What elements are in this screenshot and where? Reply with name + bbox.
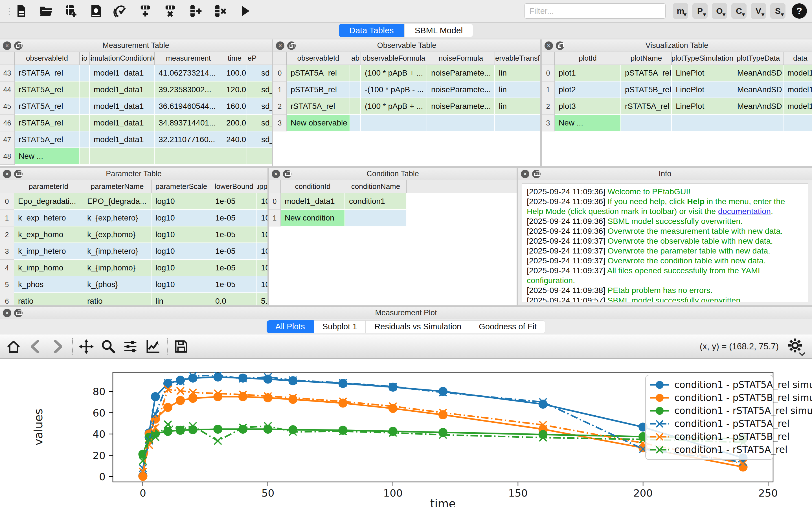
table-cell[interactable]: 100000 xyxy=(257,210,267,226)
table-cell[interactable]: Epo_degradati... xyxy=(14,193,83,210)
table-cell[interactable] xyxy=(155,148,222,165)
table-cell[interactable]: sd_r xyxy=(257,98,272,115)
table-cell[interactable]: 160.0 xyxy=(222,98,247,115)
column-header-plotName[interactable]: plotName xyxy=(621,52,672,65)
pan-button[interactable] xyxy=(77,338,95,355)
home-button[interactable] xyxy=(4,338,22,355)
table-cell[interactable]: 1e-05 xyxy=(211,226,257,243)
column-header-lowerBound[interactable]: lowerBound xyxy=(211,180,257,193)
table-cell[interactable] xyxy=(79,81,90,98)
documentation-link[interactable]: documentation xyxy=(718,207,771,216)
table-cell[interactable]: noiseParamete... xyxy=(427,98,495,115)
table-cell[interactable]: pSTAT5B_rel xyxy=(287,81,350,98)
filter-s-table-button[interactable]: S▾ xyxy=(770,3,786,19)
close-icon[interactable]: × xyxy=(3,42,11,50)
table-cell[interactable] xyxy=(222,148,247,165)
table-cell[interactable]: 1e-05 xyxy=(211,260,257,276)
column-header-observableId[interactable]: observableId xyxy=(287,52,350,65)
toolbar-drag-handle[interactable]: ⋮ xyxy=(5,6,9,16)
close-icon[interactable]: × xyxy=(545,42,553,50)
table-cell[interactable]: New ... xyxy=(555,115,621,131)
table-cell[interactable]: model1_d xyxy=(783,98,812,115)
table-cell[interactable]: 240.0 xyxy=(222,131,247,148)
table-cell[interactable]: lin xyxy=(495,98,540,115)
row-number[interactable]: 44 xyxy=(0,81,15,98)
table-cell[interactable]: New condition xyxy=(281,210,345,226)
column-header-upperBound[interactable]: upperBound xyxy=(257,180,267,193)
table-cell[interactable] xyxy=(350,98,361,115)
row-number[interactable]: 4 xyxy=(0,260,14,276)
toolbar-add-row-button[interactable] xyxy=(137,3,154,19)
table-cell[interactable]: 200.0 xyxy=(222,115,247,131)
corner-header[interactable] xyxy=(273,52,287,65)
table-cell[interactable]: plot3 xyxy=(555,98,621,115)
table-cell[interactable] xyxy=(621,115,672,131)
table-cell[interactable]: LinePlot xyxy=(672,65,733,81)
table-cell[interactable]: model1_d xyxy=(783,81,812,98)
table-cell[interactable]: model1_data1 xyxy=(90,65,155,81)
table-cell[interactable]: k_exp_hetero xyxy=(14,210,83,226)
table-cell[interactable]: rSTAT5A_rel xyxy=(15,98,79,115)
filter-m-table-button[interactable]: m▾ xyxy=(673,3,688,19)
table-cell[interactable]: rSTAT5A_rel xyxy=(287,98,350,115)
back-button[interactable] xyxy=(26,338,45,355)
table-cell[interactable]: rSTAT5A_rel xyxy=(621,98,672,115)
table-cell[interactable]: log10 xyxy=(152,210,211,226)
toolbar-new-file-button[interactable] xyxy=(13,3,29,19)
table-cell[interactable]: 120.0 xyxy=(222,81,247,98)
column-header-simulationConditionId[interactable]: simulationConditionId xyxy=(90,52,155,65)
filter-c-table-button[interactable]: C▾ xyxy=(731,3,747,19)
toolbar-add-column-button[interactable] xyxy=(187,3,203,19)
column-header-noi[interactable]: noi xyxy=(257,52,272,65)
table-cell[interactable] xyxy=(350,65,361,81)
table-cell[interactable]: MeanAndSD xyxy=(733,98,783,115)
plot-options-button[interactable] xyxy=(787,338,804,355)
table-cell[interactable]: rSTAT5A_rel xyxy=(15,65,79,81)
column-header-measurement[interactable]: measurement xyxy=(155,52,222,65)
table-cell[interactable]: MeanAndSD xyxy=(733,81,783,98)
table-cell[interactable]: MeanAndSD xyxy=(733,65,783,81)
table-cell[interactable]: noiseParamete... xyxy=(427,65,495,81)
table-cell[interactable]: 39.23583002... xyxy=(155,81,222,98)
row-number[interactable]: 3 xyxy=(542,115,555,131)
table-cell[interactable] xyxy=(345,210,407,226)
float-icon[interactable] xyxy=(14,42,22,50)
float-icon[interactable] xyxy=(287,42,296,50)
table-cell[interactable] xyxy=(247,115,257,131)
row-number[interactable]: 2 xyxy=(0,226,14,243)
help-button[interactable]: ? xyxy=(792,3,807,19)
table-cell[interactable]: 1e-05 xyxy=(211,243,257,260)
column-header-observableId[interactable]: observableId xyxy=(15,52,79,65)
row-number[interactable]: 1 xyxy=(542,81,555,98)
tab-sbml-model[interactable]: SBML Model xyxy=(404,24,474,37)
column-header-eP[interactable]: eP xyxy=(247,52,257,65)
corner-header[interactable] xyxy=(0,180,14,193)
table-cell[interactable] xyxy=(90,148,155,165)
table-cell[interactable] xyxy=(247,81,257,98)
table-cell[interactable]: model1_d xyxy=(783,65,812,81)
table-cell[interactable]: sd_r xyxy=(257,115,272,131)
table-cell[interactable]: k_{phos} xyxy=(83,276,152,293)
row-number[interactable]: 0 xyxy=(273,65,287,81)
table-cell[interactable] xyxy=(672,115,733,131)
table-cell[interactable]: 100.0 xyxy=(222,65,247,81)
plot-canvas[interactable]: 050100150200250020406080timevaluescondit… xyxy=(0,359,812,507)
table-cell[interactable]: New ... xyxy=(15,148,79,165)
filter-o-table-button[interactable]: O▾ xyxy=(712,3,727,19)
close-icon[interactable]: × xyxy=(521,170,529,178)
table-cell[interactable]: 36.619460544... xyxy=(155,98,222,115)
row-number[interactable]: 1 xyxy=(269,210,281,226)
column-header-plotTypeData[interactable]: plotTypeData xyxy=(733,52,783,65)
table-cell[interactable]: pSTAT5B_rel xyxy=(621,81,672,98)
table-cell[interactable]: model1_data1 xyxy=(90,81,155,98)
table-cell[interactable]: 1e-05 xyxy=(211,210,257,226)
column-header-io[interactable]: io xyxy=(79,52,90,65)
toolbar-open-folder-button[interactable] xyxy=(38,3,54,19)
table-cell[interactable]: 1e-05 xyxy=(211,276,257,293)
table-cell[interactable]: k_{exp,hetero} xyxy=(83,210,152,226)
table-cell[interactable]: rSTAT5A_rel xyxy=(15,131,79,148)
tab-data-tables[interactable]: Data Tables xyxy=(339,24,404,37)
table-cell[interactable]: 100000 xyxy=(257,193,267,210)
row-number[interactable]: 0 xyxy=(0,193,14,210)
table-cell[interactable]: pSTAT5A_rel xyxy=(621,65,672,81)
